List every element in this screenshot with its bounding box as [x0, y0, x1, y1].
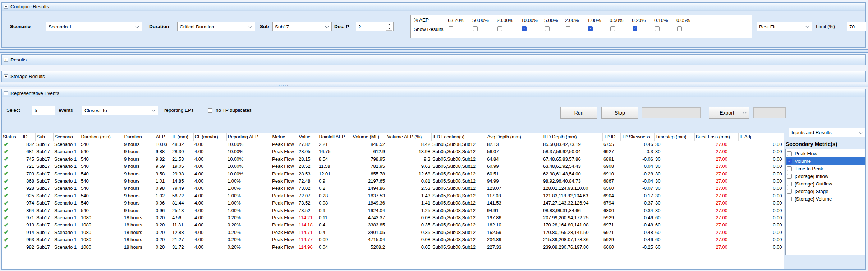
show-results-checkbox[interactable]: ✓ [633, 26, 637, 31]
no-tp-duplicates-checkbox[interactable] [208, 108, 212, 113]
show-results-checkbox[interactable] [449, 26, 453, 31]
aep-column: 50.00% [472, 15, 497, 31]
metric-item-volume[interactable]: ✓Volume [786, 157, 865, 165]
limit-input[interactable]: 70 [847, 22, 866, 31]
show-results-checkbox[interactable] [610, 26, 615, 31]
show-results-checkbox[interactable] [677, 26, 682, 31]
column-header-tp-id[interactable]: TP ID [602, 133, 620, 141]
event-row[interactable]: ✔914Sub17Scenario 1108018 hours0.2012.88… [2, 229, 783, 236]
column-header-rainfall-aep[interactable]: Rainfall AEP [318, 133, 352, 141]
column-header-id[interactable]: ID [22, 133, 35, 141]
column-header-volume-aep[interactable]: Volume AEP (%) [386, 133, 431, 141]
cell-ifd-depth: 85.50,83.42,73.19 [542, 141, 602, 148]
metric-item-storage-outflow[interactable]: [Storage] Outflow [786, 180, 865, 188]
metric-checkbox[interactable]: ✓ [787, 159, 792, 164]
column-header-reporting-aep[interactable]: Reporting AEP [226, 133, 271, 141]
fit-select[interactable]: Best Fit [757, 22, 812, 31]
metric-item-storage-volume[interactable]: [Storage] Volume [786, 195, 865, 203]
show-results-checkbox[interactable] [497, 26, 502, 31]
cell-burst-loss: 27.00 [694, 207, 738, 214]
column-header-scenario[interactable]: Scenario [53, 133, 80, 141]
select-count-input[interactable]: 5 [32, 106, 55, 115]
cell-avg-depth: 82.13 [486, 141, 542, 148]
column-header-il-adj[interactable]: IL Adj [738, 133, 783, 141]
column-header-value[interactable]: Value [298, 133, 318, 141]
sub-select[interactable]: Sub17 [272, 22, 332, 31]
event-row[interactable]: ✔868Sub17Scenario 15409 hours1.0114.854.… [2, 178, 783, 185]
metric-item-storage-inflow[interactable]: [Storage] Inflow [786, 173, 865, 180]
column-header-timestep[interactable]: Timestep (min) [654, 133, 694, 141]
collapse-icon[interactable]: − [4, 91, 8, 95]
column-header-duration[interactable]: Duration [123, 133, 155, 141]
duration-select[interactable]: Critical Duration [177, 22, 255, 31]
column-header-tp-skewness[interactable]: TP Skewness [620, 133, 654, 141]
column-header-il[interactable]: IL (mm) [171, 133, 193, 141]
event-row[interactable]: ✔721Sub17Scenario 15409 hours9.5919.054.… [2, 163, 783, 170]
expand-icon[interactable]: + [4, 58, 8, 62]
show-results-checkbox[interactable]: ✓ [522, 26, 527, 31]
cell-status-icon: ✔ [2, 185, 22, 192]
spinner-down-icon[interactable] [386, 27, 392, 31]
column-header-burst-loss[interactable]: Burst Loss (mm) [694, 133, 738, 141]
results-header[interactable]: + Results [2, 55, 865, 65]
aep-column: 63.20% [448, 15, 472, 31]
event-row[interactable]: ✔703Sub17Scenario 15409 hours9.5829.384.… [2, 170, 783, 177]
event-row[interactable]: ✔928Sub17Scenario 15409 hours0.9879.494.… [2, 185, 783, 192]
closest-to-select[interactable]: Closest To [82, 106, 158, 115]
event-row[interactable]: ✔681Sub17Scenario 15409 hours9.8828.304.… [2, 148, 783, 155]
column-header-ifd-locations[interactable]: IFD Location(s) [431, 133, 486, 141]
event-row[interactable]: ✔745Sub17Scenario 15409 hours9.8221.534.… [2, 155, 783, 162]
column-header-avg-depth[interactable]: Avg Depth (mm) [486, 133, 542, 141]
dec-p-stepper[interactable]: 2 [356, 22, 394, 31]
status-check-icon: ✔ [4, 163, 9, 169]
horizontal-splitter[interactable]: ····· [0, 49, 868, 53]
event-row[interactable]: ✔925Sub17Scenario 15409 hours1.0258.724.… [2, 192, 783, 199]
metric-item-storage-stage[interactable]: [Storage] Stage [786, 188, 865, 195]
expand-icon[interactable]: + [4, 74, 8, 78]
export-button[interactable]: Export [709, 107, 749, 119]
horizontal-splitter[interactable]: ····· [0, 84, 868, 87]
run-button[interactable]: Run [560, 107, 597, 119]
column-header-ifd-depth[interactable]: IFD Depth (mm) [542, 133, 602, 141]
event-row[interactable]: ✔864Sub17Scenario 15409 hours0.9625.134.… [2, 207, 783, 214]
column-header-status-icon[interactable]: Status [2, 133, 22, 141]
column-header-duration-min[interactable]: Duration (min) [80, 133, 123, 141]
stop-button[interactable]: Stop [601, 107, 638, 119]
event-row[interactable]: ✔832Sub17Scenario 15409 hours10.0348.324… [2, 141, 783, 148]
configure-results-header[interactable]: − Configure Results [2, 3, 865, 11]
scenario-select[interactable]: Scenario 1 [46, 22, 142, 31]
column-header-volume-ml[interactable]: Volume (ML) [352, 133, 386, 141]
column-header-sub[interactable]: Sub [35, 133, 53, 141]
show-results-checkbox[interactable] [473, 26, 478, 31]
spinner-up-icon[interactable] [386, 23, 392, 26]
metric-item-peak-flow[interactable]: Peak Flow [786, 150, 865, 157]
representative-events-header[interactable]: − Representative Events [2, 89, 865, 97]
collapse-icon[interactable]: − [4, 5, 8, 9]
show-results-checkbox[interactable] [545, 26, 550, 31]
column-header-aep[interactable]: AEP [155, 133, 171, 141]
metric-checkbox[interactable] [787, 182, 792, 186]
cell-burst-loss: 27.00 [694, 141, 738, 148]
metric-item-time-to-peak[interactable]: Time to Peak [786, 165, 865, 173]
storage-results-header[interactable]: + Storage Results [2, 71, 865, 82]
event-row[interactable]: ✔971Sub17Scenario 1108018 hours0.204.564… [2, 214, 783, 221]
dec-p-label: Dec. P [334, 24, 349, 29]
metric-checkbox[interactable] [787, 197, 792, 201]
metric-checkbox[interactable] [787, 174, 792, 179]
column-header-cl[interactable]: CL (mm/hr) [193, 133, 226, 141]
cell-ifd-locations: Sub05,Sub08,Sub12 [431, 148, 486, 155]
metric-checkbox[interactable] [787, 166, 792, 171]
metric-checkbox[interactable] [787, 189, 792, 194]
event-row[interactable]: ✔963Sub17Scenario 1108018 hours0.2021.27… [2, 236, 783, 243]
view-mode-select[interactable]: Inputs and Results [789, 128, 865, 137]
event-row[interactable]: ✔913Sub17Scenario 1108018 hours0.2011.31… [2, 221, 783, 229]
configure-results-body: Scenario Scenario 1 Duration Critical Du… [2, 11, 865, 48]
column-header-metric[interactable]: Metric [271, 133, 298, 141]
show-results-checkbox[interactable] [566, 26, 570, 31]
event-row[interactable]: ✔982Sub17Scenario 1108018 hours0.2031.72… [2, 243, 783, 251]
show-results-checkbox[interactable]: ✓ [588, 26, 593, 31]
sub-label: Sub [260, 24, 269, 29]
event-row[interactable]: ✔974Sub17Scenario 15409 hours0.9681.444.… [2, 199, 783, 207]
show-results-checkbox[interactable] [655, 26, 660, 31]
metric-checkbox[interactable] [787, 151, 792, 156]
